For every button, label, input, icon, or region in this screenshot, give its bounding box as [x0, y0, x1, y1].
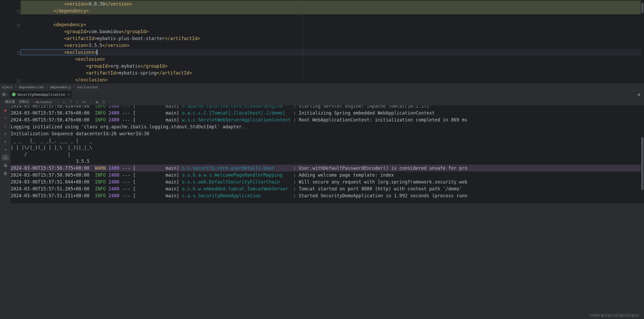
watermark: CSDN @只会CV只会CV只会CV: [590, 313, 639, 318]
breadcrumb[interactable]: oject› dependencies› dependency› exclusi…: [0, 83, 644, 90]
separator: [57, 99, 58, 104]
fold-marker-icon[interactable]: –: [17, 24, 20, 27]
log-line[interactable]: / |: [11, 151, 644, 158]
filter-icon[interactable]: ≫: [82, 100, 86, 104]
code-line[interactable]: </dependency>: [21, 7, 644, 14]
log-line[interactable]: Logging initialized using 'class org.apa…: [11, 123, 644, 130]
code-line[interactable]: <exclusions>: [21, 49, 644, 56]
stack-up-icon[interactable]: ↥: [2, 131, 9, 137]
actuator-icon: ✦: [33, 100, 35, 104]
run-config-tab[interactable]: SecurityDemoApplication ×: [10, 91, 72, 98]
soft-wrap-icon[interactable]: ⇥: [2, 147, 9, 152]
up-arrow-icon[interactable]: ↑: [2, 115, 9, 121]
breadcrumb-item[interactable]: oject: [0, 85, 15, 89]
code-line[interactable]: <version>3.5.5</version>: [21, 42, 644, 49]
console-toolbar: ▲ ↑ ↓ ↥ ↧ ⇥ ⤓ 🖶 🗑: [0, 105, 11, 203]
log-line[interactable]: 2024-03-06T15:57:50.775+08:00 WARN 2480 …: [11, 165, 644, 172]
debug-tool-tabs: 调试器 控制台 ✦Actuator ⤓ ⤒ ↥ ≫ ▦ ☰: [0, 98, 644, 105]
run-label: 试:: [0, 92, 10, 97]
breadcrumb-item[interactable]: dependency: [48, 85, 73, 89]
code-line[interactable]: <artifactId>mybatis-plus-boot-starter</a…: [21, 35, 644, 42]
log-line[interactable]: 2024-03-06T15:57:50.476+08:00 INFO 2480 …: [11, 110, 644, 116]
import-icon[interactable]: ⤒: [69, 100, 72, 104]
chevron-right-icon: ›: [73, 85, 75, 89]
right-margin-line: [303, 0, 303, 83]
log-line[interactable]: | | |\/|_)(_| | |_\ |_)||_|_\: [11, 144, 644, 151]
log-line[interactable]: Initialization Sequence datacenterId:26 …: [11, 130, 644, 137]
chevron-right-icon: ›: [46, 85, 48, 89]
separator: [91, 99, 91, 104]
console-panel: ▲ ↑ ↓ ↥ ↧ ⇥ ⤓ 🖶 🗑 2024-03-06T15:57:50.42…: [0, 105, 644, 203]
code-line[interactable]: <groupId>org.mybatis</groupId>: [21, 63, 644, 69]
log-line[interactable]: 2024-03-06T15:57:50.428+08:00 INFO 2480 …: [11, 105, 644, 110]
upload-icon[interactable]: ↥: [76, 100, 78, 104]
editor-pane[interactable]: – – – – <version>8.0.30</version> </depe…: [0, 0, 644, 83]
code-content[interactable]: <version>8.0.30</version> </dependency> …: [21, 0, 644, 83]
console-scrollbar[interactable]: [641, 105, 644, 203]
log-line[interactable]: 2024-03-06T15:57:51.205+08:00 INFO 2480 …: [11, 185, 644, 192]
print-icon[interactable]: 🖶: [2, 163, 9, 168]
log-line[interactable]: 2024-03-06T15:57:50.476+08:00 INFO 2480 …: [11, 116, 644, 123]
editor-scrollbar[interactable]: [641, 0, 644, 83]
code-line[interactable]: <version>8.0.30</version>: [21, 1, 644, 7]
fold-marker-icon[interactable]: –: [17, 51, 20, 55]
fold-marker-icon[interactable]: –: [17, 80, 20, 83]
settings-icon[interactable]: ☰: [102, 100, 105, 104]
gear-icon[interactable]: ⚙: [638, 92, 640, 97]
spring-boot-icon: [12, 93, 16, 96]
log-line[interactable]: 3.5.5: [11, 158, 644, 165]
fold-marker-icon[interactable]: –: [17, 10, 20, 13]
code-line[interactable]: <exclusion>: [21, 56, 644, 63]
code-line[interactable]: <artifactId>mybatis-spring</artifactId>: [21, 69, 644, 76]
log-line[interactable]: 2024-03-06T15:57:51.211+08:00 INFO 2480 …: [11, 192, 644, 199]
code-line[interactable]: <groupId>com.baomidou</groupId>: [21, 28, 644, 35]
scroll-to-end-icon[interactable]: ⤓: [2, 155, 9, 160]
trash-icon[interactable]: 🗑: [2, 171, 9, 176]
export-icon[interactable]: ⤓: [62, 100, 66, 104]
layout-icon[interactable]: ▦: [96, 100, 98, 104]
tab-actuator[interactable]: ✦Actuator: [33, 100, 53, 104]
stop-icon[interactable]: ▲: [2, 107, 9, 113]
chevron-right-icon: ›: [15, 85, 17, 89]
tab-debugger[interactable]: 调试器: [5, 99, 15, 104]
log-line[interactable]: 2024-03-06T15:57:50.905+08:00 INFO 2480 …: [11, 172, 644, 178]
code-line[interactable]: [21, 14, 644, 21]
run-config-name: SecurityDemoApplication: [17, 93, 65, 97]
run-tab-bar: 试: SecurityDemoApplication × ⚙: [0, 90, 644, 98]
console-output[interactable]: 2024-03-06T15:57:50.428+08:00 INFO 2480 …: [11, 105, 644, 203]
stack-down-icon[interactable]: ↧: [2, 139, 9, 145]
log-line[interactable]: 2024-03-06T15:57:51.044+08:00 INFO 2480 …: [11, 178, 644, 185]
log-line[interactable]: _ _ |_ _ _|_. ___ _ | _: [11, 137, 644, 144]
tab-console[interactable]: 控制台: [19, 99, 29, 104]
code-line[interactable]: </exclusion>: [21, 76, 644, 83]
code-line[interactable]: <dependency>: [21, 21, 644, 28]
breadcrumb-item[interactable]: exclusions: [75, 85, 100, 89]
close-icon[interactable]: ×: [68, 93, 70, 97]
breadcrumb-item[interactable]: dependencies: [17, 85, 46, 89]
down-arrow-icon[interactable]: ↓: [2, 123, 9, 129]
editor-gutter: – – – –: [0, 0, 21, 83]
